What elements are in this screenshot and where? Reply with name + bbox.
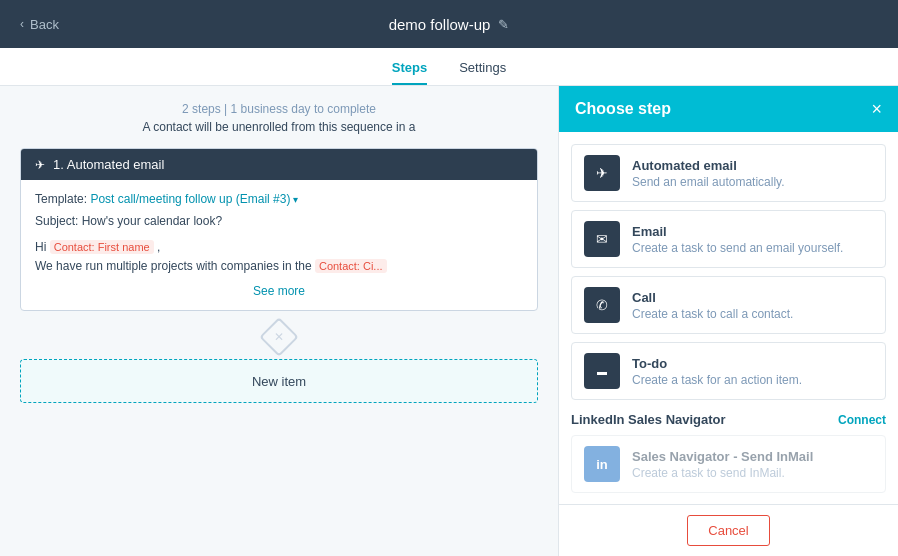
- right-panel-header: Choose step ×: [559, 86, 898, 132]
- right-panel: Choose step × ✈ Automated email Send an …: [558, 86, 898, 556]
- edit-icon[interactable]: ✎: [498, 17, 509, 32]
- subject-value: How's your calendar look?: [82, 214, 222, 228]
- linkedin-icon: in: [584, 446, 620, 482]
- right-panel-footer: Cancel: [559, 504, 898, 556]
- email-title: Email: [632, 224, 873, 239]
- see-more-button[interactable]: See more: [35, 284, 523, 298]
- top-nav: ‹ Back demo follow-up ✎: [0, 0, 898, 48]
- linkedin-inmail-desc: Create a task to send InMail.: [632, 466, 873, 480]
- step-option-linkedin-inmail: in Sales Navigator - Send InMail Create …: [571, 435, 886, 493]
- email-step-label: 1. Automated email: [53, 157, 164, 172]
- linkedin-inmail-text: Sales Navigator - Send InMail Create a t…: [632, 449, 873, 480]
- automated-email-desc: Send an email automatically.: [632, 175, 873, 189]
- cancel-button[interactable]: Cancel: [687, 515, 769, 546]
- email-icon: ✉: [584, 221, 620, 257]
- automated-email-title: Automated email: [632, 158, 873, 173]
- step-warn: A contact will be unenrolled from this s…: [20, 120, 538, 134]
- back-chevron-icon: ‹: [20, 17, 24, 31]
- x-icon: ✕: [274, 331, 284, 343]
- nav-title-container: demo follow-up ✎: [389, 16, 510, 33]
- plane-icon: ✈: [35, 158, 45, 172]
- automated-email-icon: ✈: [584, 155, 620, 191]
- call-text: Call Create a task to call a contact.: [632, 290, 873, 321]
- sequence-title: demo follow-up: [389, 16, 491, 33]
- step-option-automated-email[interactable]: ✈ Automated email Send an email automati…: [571, 144, 886, 202]
- new-item-label: New item: [252, 374, 306, 389]
- step-meta: 2 steps | 1 business day to complete: [20, 102, 538, 116]
- close-button[interactable]: ×: [871, 100, 882, 118]
- todo-text: To-do Create a task for an action item.: [632, 356, 873, 387]
- template-link[interactable]: Post call/meeting follow up (Email #3): [90, 192, 298, 206]
- contact-token-firstname: Contact: First name: [50, 240, 154, 254]
- todo-desc: Create a task for an action item.: [632, 373, 873, 387]
- tab-steps[interactable]: Steps: [392, 60, 427, 85]
- call-desc: Create a task to call a contact.: [632, 307, 873, 321]
- new-item-box[interactable]: New item: [20, 359, 538, 403]
- email-card-body: Template: Post call/meeting follow up (E…: [21, 180, 537, 310]
- automated-email-text: Automated email Send an email automatica…: [632, 158, 873, 189]
- left-panel: 2 steps | 1 business day to complete A c…: [0, 86, 558, 556]
- step-option-todo[interactable]: ▬ To-do Create a task for an action item…: [571, 342, 886, 400]
- todo-title: To-do: [632, 356, 873, 371]
- main-layout: 2 steps | 1 business day to complete A c…: [0, 86, 898, 556]
- right-panel-body: ✈ Automated email Send an email automati…: [559, 132, 898, 504]
- subject-row: Subject: How's your calendar look?: [35, 214, 523, 228]
- add-step-diamond[interactable]: ✕: [259, 318, 299, 358]
- email-text: Email Create a task to send an email you…: [632, 224, 873, 255]
- email-card-header: ✈ 1. Automated email: [21, 149, 537, 180]
- diamond-divider: ✕: [20, 323, 538, 351]
- email-body-preview: Hi Contact: First name , We have run mul…: [35, 238, 523, 276]
- call-icon: ✆: [584, 287, 620, 323]
- step-option-call[interactable]: ✆ Call Create a task to call a contact.: [571, 276, 886, 334]
- back-label: Back: [30, 17, 59, 32]
- contact-token-city: Contact: Ci...: [315, 259, 387, 273]
- email-card: ✈ 1. Automated email Template: Post call…: [20, 148, 538, 311]
- linkedin-section-label: LinkedIn Sales Navigator Connect: [571, 412, 886, 427]
- call-title: Call: [632, 290, 873, 305]
- right-panel-title: Choose step: [575, 100, 671, 118]
- back-button[interactable]: ‹ Back: [20, 17, 59, 32]
- template-row: Template: Post call/meeting follow up (E…: [35, 192, 523, 206]
- step-option-email[interactable]: ✉ Email Create a task to send an email y…: [571, 210, 886, 268]
- connect-link[interactable]: Connect: [838, 413, 886, 427]
- tabs-bar: Steps Settings: [0, 48, 898, 86]
- todo-icon: ▬: [584, 353, 620, 389]
- tab-settings[interactable]: Settings: [459, 60, 506, 85]
- linkedin-inmail-title: Sales Navigator - Send InMail: [632, 449, 873, 464]
- email-desc: Create a task to send an email yourself.: [632, 241, 873, 255]
